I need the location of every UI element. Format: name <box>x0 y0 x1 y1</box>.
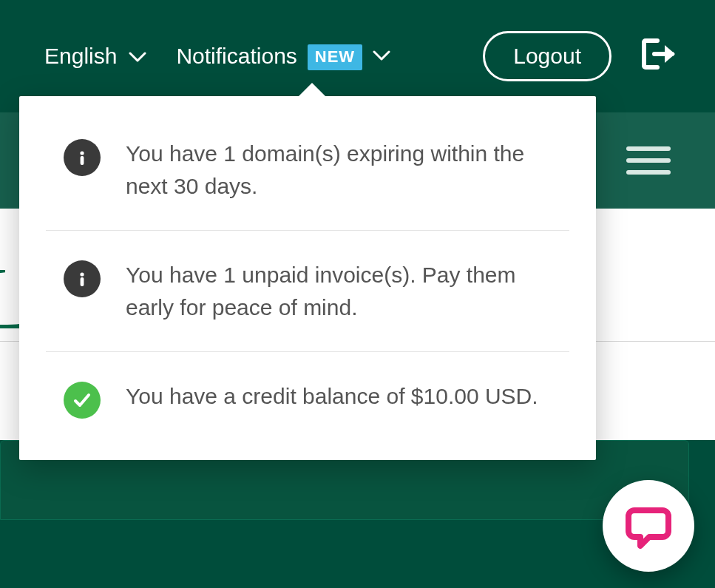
chat-icon <box>624 501 673 550</box>
notifications-label: Notifications <box>176 44 296 69</box>
menu-icon[interactable] <box>626 139 671 182</box>
language-label: English <box>44 44 117 69</box>
notification-item[interactable]: You have a credit balance of $10.00 USD. <box>46 351 569 447</box>
notification-text: You have 1 domain(s) expiring within the… <box>126 138 566 202</box>
svg-rect-3 <box>81 277 84 286</box>
language-selector[interactable]: English <box>30 44 146 69</box>
caret-down-icon <box>373 50 390 62</box>
info-icon <box>64 139 101 176</box>
svg-point-0 <box>80 151 84 155</box>
sign-out-icon[interactable] <box>641 38 685 75</box>
caret-down-icon <box>129 52 146 64</box>
new-badge: NEW <box>308 44 362 70</box>
logout-button[interactable]: Logout <box>483 31 611 81</box>
svg-rect-1 <box>81 156 84 165</box>
logout-label: Logout <box>513 44 581 68</box>
notifications-dropdown-toggle[interactable]: Notifications NEW <box>176 44 390 70</box>
notification-text: You have 1 unpaid invoice(s). Pay them e… <box>126 259 566 323</box>
chat-button[interactable] <box>603 480 694 572</box>
notification-item[interactable]: You have 1 domain(s) expiring within the… <box>46 109 569 230</box>
info-icon <box>64 260 101 297</box>
notification-text: You have a credit balance of $10.00 USD. <box>126 380 538 413</box>
check-icon <box>64 382 101 419</box>
svg-point-2 <box>80 272 84 276</box>
notification-item[interactable]: You have 1 unpaid invoice(s). Pay them e… <box>46 230 569 351</box>
notifications-dropdown: You have 1 domain(s) expiring within the… <box>19 96 596 460</box>
